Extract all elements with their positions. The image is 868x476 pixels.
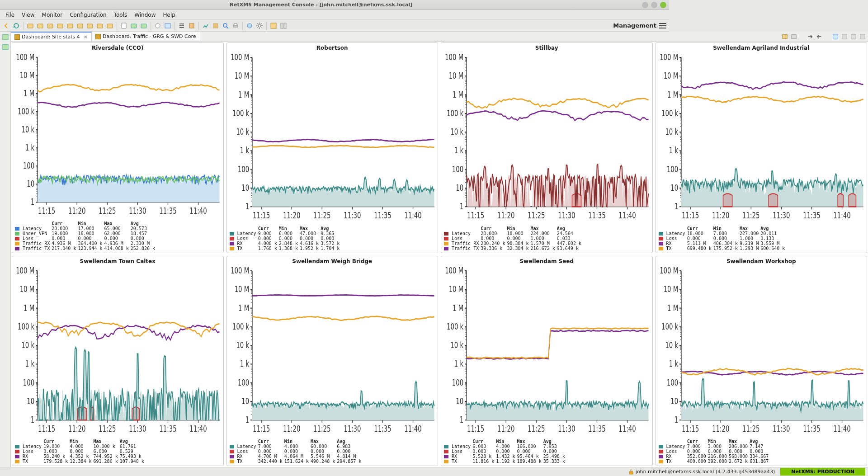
- svg-text:100 M: 100 M: [660, 52, 669, 62]
- tool-icon[interactable]: [36, 21, 45, 30]
- svg-text:11:30: 11:30: [558, 210, 575, 221]
- menu-monitor[interactable]: Monitor: [38, 12, 66, 18]
- menu-file[interactable]: File: [2, 12, 18, 18]
- tool-icon[interactable]: [56, 21, 65, 30]
- panel-title: Swellendam Workshop: [656, 256, 670, 265]
- svg-text:100 k: 100 k: [18, 321, 34, 332]
- tool-icon[interactable]: [245, 21, 254, 30]
- burger-icon[interactable]: [659, 23, 666, 28]
- menu-view[interactable]: View: [18, 12, 38, 18]
- chart-area[interactable]: 100 M10 M1 M100 k10 k1 k10010111:1511:20…: [227, 52, 438, 225]
- workspace: Dashboard: Site stats 4 × Dashboard: Tra…: [0, 32, 669, 367]
- svg-rect-21: [271, 23, 276, 28]
- svg-text:1: 1: [460, 201, 463, 212]
- chart-area[interactable]: 100 M10 M1 M100 k10 k1 k10010111:1511:20…: [656, 52, 670, 225]
- chart-area[interactable]: 100 M10 M1 M100 k10 k1 k10010111:1511:20…: [12, 52, 223, 220]
- svg-text:11:35: 11:35: [374, 210, 391, 221]
- svg-text:11:20: 11:20: [283, 210, 300, 221]
- gutter-icon[interactable]: [2, 43, 9, 51]
- tool-icon[interactable]: [163, 21, 172, 30]
- tab-dashboard-traffic[interactable]: Dashboard: Traffic - GRG & SWD Core: [92, 32, 200, 41]
- tool-icon[interactable]: [279, 21, 288, 30]
- separator: [266, 22, 267, 30]
- menu-window[interactable]: Window: [131, 12, 159, 18]
- separator: [198, 22, 199, 30]
- svg-text:1: 1: [245, 201, 249, 212]
- svg-text:11:20: 11:20: [497, 210, 514, 221]
- svg-text:1 k: 1 k: [25, 142, 35, 152]
- tool-icon[interactable]: [95, 21, 104, 30]
- svg-rect-23: [284, 23, 286, 28]
- menu-tools[interactable]: Tools: [110, 12, 131, 18]
- tool-icon[interactable]: [187, 21, 196, 30]
- tool-icon[interactable]: [26, 21, 35, 30]
- chart-panel: Riversdale (CCO)100 M10 M1 M100 k10 k1 k…: [12, 42, 224, 253]
- svg-text:1 k: 1 k: [25, 358, 35, 367]
- tool-icon[interactable]: [153, 21, 162, 30]
- svg-rect-11: [141, 24, 146, 28]
- tool-print-icon[interactable]: [231, 21, 240, 30]
- menu-help[interactable]: Help: [159, 12, 179, 18]
- svg-point-16: [223, 24, 227, 27]
- svg-text:11:40: 11:40: [618, 210, 636, 221]
- svg-text:11:25: 11:25: [313, 210, 330, 221]
- tool-icon[interactable]: [201, 21, 210, 30]
- svg-rect-1: [38, 24, 43, 28]
- svg-text:10 M: 10 M: [20, 283, 35, 294]
- chart-area[interactable]: 100 M10 M1 M100 k10 k1 k10010111:1511:20…: [656, 265, 670, 368]
- tool-search-icon[interactable]: [221, 21, 230, 30]
- svg-text:10 k: 10 k: [665, 126, 669, 137]
- tool-icon[interactable]: [269, 21, 278, 30]
- chart-panel: Swellendam Seed100 M10 M1 M100 k10 k1 k1…: [441, 256, 653, 368]
- tab-label: Dashboard: Traffic - GRG & SWD Core: [103, 33, 196, 39]
- tool-list-icon[interactable]: [177, 21, 186, 30]
- panel-title: Robertson: [227, 43, 438, 52]
- maximize-icon[interactable]: [651, 2, 657, 8]
- svg-text:10 M: 10 M: [663, 283, 669, 294]
- svg-text:10 k: 10 k: [450, 126, 463, 137]
- svg-text:1 k: 1 k: [454, 358, 464, 367]
- tool-refresh-icon[interactable]: [12, 21, 21, 30]
- svg-text:11:30: 11:30: [344, 210, 361, 221]
- tool-icon[interactable]: [129, 21, 138, 30]
- menu-configuration[interactable]: Configuration: [66, 12, 110, 18]
- svg-text:10 k: 10 k: [450, 339, 463, 350]
- svg-text:11:40: 11:40: [189, 205, 207, 216]
- svg-text:10 k: 10 k: [236, 339, 249, 350]
- separator: [242, 22, 243, 30]
- svg-point-20: [258, 24, 261, 27]
- svg-rect-10: [131, 24, 137, 28]
- tool-back-icon[interactable]: [2, 21, 11, 30]
- svg-text:11:15: 11:15: [252, 210, 269, 221]
- gutter-icon[interactable]: [2, 33, 9, 41]
- svg-text:11:35: 11:35: [159, 205, 176, 216]
- minimize-icon[interactable]: [642, 2, 648, 8]
- svg-text:100: 100: [23, 160, 34, 170]
- legend-table: CurrMinMaxAvgLatency20.00017.00065.00020…: [12, 220, 223, 253]
- tool-icon[interactable]: [66, 21, 75, 30]
- svg-text:10 k: 10 k: [21, 124, 34, 134]
- perspective-switcher[interactable]: Management: [613, 22, 669, 29]
- tool-clipboard-icon[interactable]: [119, 21, 128, 30]
- chart-area[interactable]: 100 M10 M1 M100 k10 k1 k10010111:1511:20…: [12, 265, 223, 368]
- panel-title: Swellendam Agriland Industrial: [656, 43, 670, 52]
- tool-gear-icon[interactable]: [255, 21, 264, 30]
- chart-area[interactable]: 100 M10 M1 M100 k10 k1 k10010111:1511:20…: [441, 52, 652, 225]
- tool-icon[interactable]: [85, 21, 94, 30]
- tool-icon[interactable]: [46, 21, 55, 30]
- close-icon[interactable]: [660, 2, 666, 8]
- svg-point-12: [156, 24, 160, 28]
- close-icon[interactable]: ×: [84, 34, 88, 40]
- tab-dashboard-site-stats[interactable]: Dashboard: Site stats 4 ×: [11, 32, 92, 41]
- tool-icon[interactable]: [139, 21, 148, 30]
- tool-icon[interactable]: [105, 21, 114, 30]
- chart-area[interactable]: 100 M10 M1 M100 k10 k1 k10010111:1511:20…: [227, 265, 438, 368]
- svg-text:1 k: 1 k: [669, 358, 669, 367]
- chart-area[interactable]: 100 M10 M1 M100 k10 k1 k10010111:1511:20…: [441, 265, 652, 368]
- tool-icon[interactable]: [75, 21, 85, 30]
- tool-icon[interactable]: [211, 21, 220, 30]
- svg-text:11:20: 11:20: [68, 205, 85, 216]
- dashboard-icon: [14, 34, 20, 40]
- svg-rect-8: [107, 24, 113, 28]
- legend-table: CurrMinMaxAvgLatency9.0006.00047.0009.36…: [227, 225, 438, 253]
